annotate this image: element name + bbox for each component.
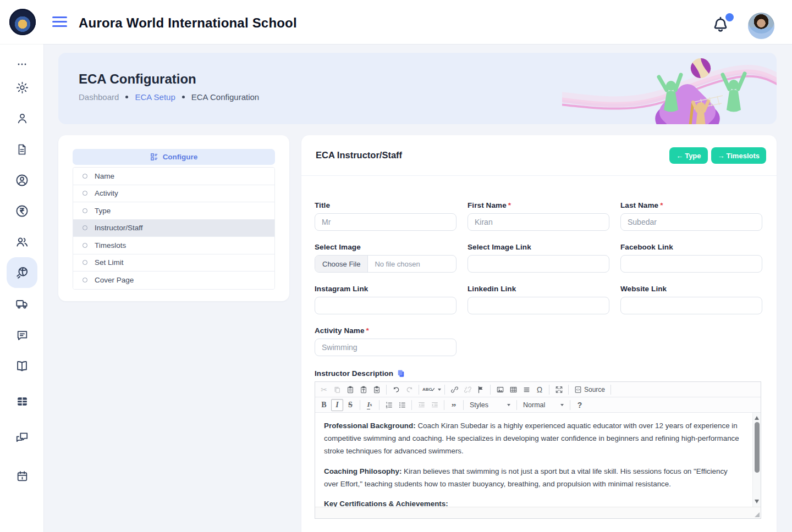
linkedin-link-input[interactable]: [468, 297, 609, 314]
page-banner: ECA Configuration Dashboard ECA Setup EC…: [58, 53, 777, 124]
title-label: Title: [315, 201, 457, 209]
special-char-icon[interactable]: Ω: [534, 384, 546, 396]
copy-icon[interactable]: [331, 384, 343, 396]
select-image-file-input[interactable]: Choose File No file chosen: [315, 255, 457, 273]
main-content: ECA Configuration Dashboard ECA Setup EC…: [44, 44, 792, 532]
sidebar-item-calendar[interactable]: [11, 465, 33, 487]
forum-chat-icon: [15, 430, 29, 445]
more-icon: [15, 58, 29, 71]
notification-bell-icon[interactable]: [711, 14, 733, 36]
cut-icon[interactable]: ✂: [318, 384, 330, 396]
styles-dropdown[interactable]: Styles: [466, 399, 514, 411]
facebook-link-label: Facebook Link: [620, 243, 762, 251]
anchor-flag-icon[interactable]: [475, 384, 487, 396]
sidebar-item-user[interactable]: [11, 107, 33, 129]
first-name-input[interactable]: [468, 213, 609, 231]
remove-format-button[interactable]: Ix: [364, 399, 376, 411]
activity-name-input[interactable]: [315, 339, 457, 356]
config-item-type[interactable]: Type: [73, 202, 274, 220]
editor-content-area[interactable]: Professional Background: Coach Kiran Sub…: [315, 413, 761, 507]
sidebar-item-library[interactable]: [11, 355, 33, 377]
transport-bus-icon: [15, 297, 29, 311]
numbered-list-button[interactable]: [383, 399, 395, 411]
menu-toggle-button[interactable]: [52, 16, 67, 27]
sidebar-item-groups[interactable]: [11, 231, 33, 253]
bullet-list-button[interactable]: [396, 399, 408, 411]
help-button[interactable]: ?: [574, 399, 586, 411]
paste-as-text-icon[interactable]: [358, 384, 370, 396]
website-link-input[interactable]: [620, 297, 762, 314]
school-logo: [9, 9, 36, 35]
editor-text[interactable]: Professional Background: Coach Kiran Sub…: [315, 413, 752, 507]
format-dropdown[interactable]: Normal: [520, 399, 567, 411]
facebook-link-input[interactable]: [620, 255, 762, 273]
config-item-name[interactable]: Name: [73, 168, 274, 185]
top-header: Aurora World International School: [0, 0, 792, 44]
paste-from-word-icon[interactable]: [371, 384, 383, 396]
horizontal-line-icon[interactable]: [520, 384, 532, 396]
sidebar-item-messages[interactable]: [11, 324, 33, 346]
link-icon[interactable]: [448, 384, 460, 396]
sidebar-item-account[interactable]: [11, 169, 33, 191]
scroll-down-icon[interactable]: [755, 500, 759, 504]
timetable-grid-icon: [15, 395, 29, 408]
decrease-indent-button[interactable]: [415, 399, 427, 411]
blockquote-button[interactable]: ”: [448, 399, 460, 411]
prev-type-button[interactable]: ←Type: [669, 147, 707, 164]
config-item-cover-page[interactable]: Cover Page: [73, 271, 274, 289]
instagram-link-input[interactable]: [315, 297, 457, 314]
breadcrumb-separator: [182, 96, 185, 98]
next-timeslots-button[interactable]: →Timeslots: [711, 147, 766, 164]
italic-button[interactable]: I: [331, 399, 343, 411]
scroll-up-icon[interactable]: [755, 415, 759, 420]
bold-button[interactable]: B: [318, 399, 330, 411]
sidebar-item-fees[interactable]: [11, 200, 33, 222]
config-item-set-limit[interactable]: Set Limit: [73, 254, 274, 272]
notification-badge: [725, 13, 734, 21]
paste-icon[interactable]: [344, 384, 356, 396]
source-button[interactable]: Source: [572, 384, 607, 396]
maximize-icon[interactable]: [553, 384, 565, 396]
breadcrumb: Dashboard ECA Setup ECA Configuration: [79, 92, 259, 102]
instagram-link-label: Instagram Link: [315, 285, 457, 293]
page-title: Aurora World International School: [79, 15, 297, 31]
config-item-activity[interactable]: Activity: [73, 185, 274, 203]
choose-file-button[interactable]: Choose File: [315, 256, 368, 272]
image-icon[interactable]: [494, 384, 506, 396]
title-input[interactable]: [315, 213, 457, 231]
undo-icon[interactable]: [390, 384, 402, 396]
radio-circle-icon: [82, 243, 87, 248]
radio-circle-icon: [82, 225, 87, 230]
spellcheck-icon[interactable]: ABC: [422, 384, 441, 396]
last-name-label: Last Name*: [620, 201, 762, 209]
last-name-input[interactable]: [620, 213, 762, 231]
sidebar-item-eca[interactable]: [7, 257, 37, 288]
increase-indent-button[interactable]: [428, 399, 441, 411]
config-item-timeslots[interactable]: Timeslots: [73, 237, 274, 254]
select-image-label: Select Image: [315, 243, 457, 251]
radio-circle-icon: [82, 278, 87, 282]
strikethrough-button[interactable]: S: [344, 399, 356, 411]
sidebar-item-forum[interactable]: [11, 426, 33, 448]
config-item-instructor-staff[interactable]: Instructor/Staff: [73, 220, 274, 237]
user-avatar[interactable]: [748, 13, 774, 39]
settings-gear-icon: [15, 81, 29, 95]
table-icon[interactable]: [507, 384, 519, 396]
sidebar-item-timetable[interactable]: [11, 390, 33, 412]
sidebar-item-settings[interactable]: [11, 76, 33, 98]
editor-scrollbar[interactable]: [752, 413, 761, 507]
scrollbar-thumb[interactable]: [755, 422, 760, 473]
breadcrumb-eca-setup[interactable]: ECA Setup: [135, 92, 175, 102]
redo-icon[interactable]: [403, 384, 415, 396]
configure-header-button[interactable]: Configure: [73, 149, 275, 165]
sidebar-item-transport[interactable]: [11, 293, 33, 315]
linkedin-link-label: Linkedin Link: [468, 285, 609, 293]
configure-grid-icon: [150, 153, 158, 161]
copy-icon[interactable]: [397, 369, 405, 378]
sidebar-item-documents[interactable]: [11, 138, 33, 160]
unlink-icon[interactable]: [461, 384, 474, 396]
sidebar-item-more[interactable]: [11, 53, 33, 75]
resize-grip[interactable]: [755, 512, 760, 517]
select-image-link-input[interactable]: [468, 255, 609, 273]
breadcrumb-dashboard[interactable]: Dashboard: [79, 92, 119, 102]
